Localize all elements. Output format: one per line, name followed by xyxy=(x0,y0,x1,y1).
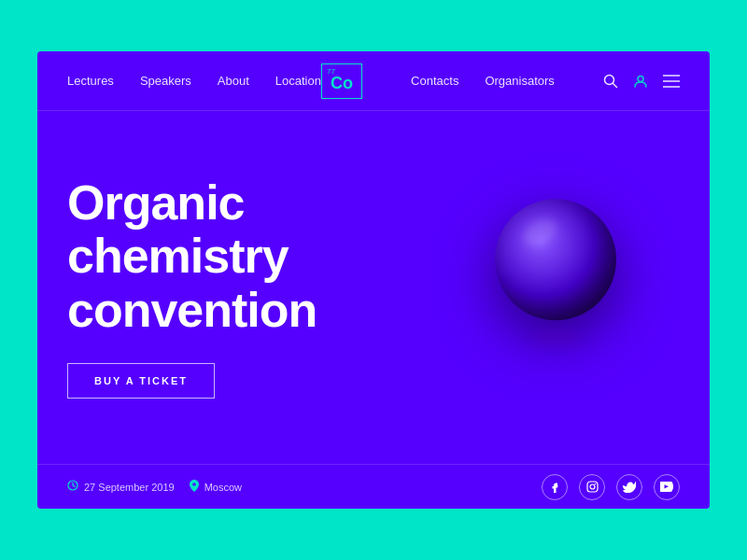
twitter-button[interactable] xyxy=(616,474,642,500)
main-card: Lectures Speakers About Location 77 Co C… xyxy=(37,51,710,509)
svg-point-2 xyxy=(638,76,643,81)
svg-line-1 xyxy=(613,83,617,87)
social-links xyxy=(542,474,680,500)
nav-contacts[interactable]: Contacts xyxy=(411,74,458,88)
nav-lectures[interactable]: Lectures xyxy=(67,74,114,88)
svg-point-10 xyxy=(594,483,596,485)
event-date-text: 27 September 2019 xyxy=(84,482,175,493)
navbar: Lectures Speakers About Location 77 Co C… xyxy=(37,51,710,111)
location-icon xyxy=(190,480,199,495)
footer-left: 27 September 2019 Moscow xyxy=(67,480,542,495)
svg-point-9 xyxy=(590,484,595,489)
svg-rect-8 xyxy=(587,482,598,492)
sphere-visual xyxy=(495,199,616,346)
nav-about[interactable]: About xyxy=(218,74,249,88)
menu-icon[interactable] xyxy=(663,75,680,88)
logo-superscript: 77 xyxy=(327,68,335,76)
nav-icons xyxy=(603,74,680,89)
hero-section: Organic chemistry convention BUY A TICKE… xyxy=(37,111,710,464)
facebook-button[interactable] xyxy=(542,474,568,500)
hero-title: Organic chemistry convention xyxy=(67,176,385,337)
youtube-button[interactable] xyxy=(654,474,680,500)
event-location: Moscow xyxy=(190,480,242,495)
event-location-text: Moscow xyxy=(204,482,242,493)
nav-organisators[interactable]: Organisators xyxy=(485,74,554,88)
search-icon[interactable] xyxy=(603,74,618,89)
svg-point-7 xyxy=(192,483,196,486)
user-icon[interactable] xyxy=(633,74,648,89)
sphere xyxy=(495,199,616,320)
nav-center: Contacts Organisators xyxy=(362,74,603,88)
logo-text: Co xyxy=(331,75,353,91)
hero-text: Organic chemistry convention BUY A TICKE… xyxy=(67,176,385,399)
footer-bar: 27 September 2019 Moscow xyxy=(37,464,710,509)
logo[interactable]: 77 Co xyxy=(321,63,362,99)
event-date: 27 September 2019 xyxy=(67,480,175,494)
instagram-button[interactable] xyxy=(579,474,605,500)
buy-ticket-button[interactable]: BUY A TICKET xyxy=(67,363,215,399)
clock-icon xyxy=(67,480,78,494)
sphere-shadow xyxy=(518,328,593,346)
nav-speakers[interactable]: Speakers xyxy=(140,74,191,88)
nav-location[interactable]: Location xyxy=(275,74,321,88)
nav-left: Lectures Speakers About Location xyxy=(67,74,321,88)
